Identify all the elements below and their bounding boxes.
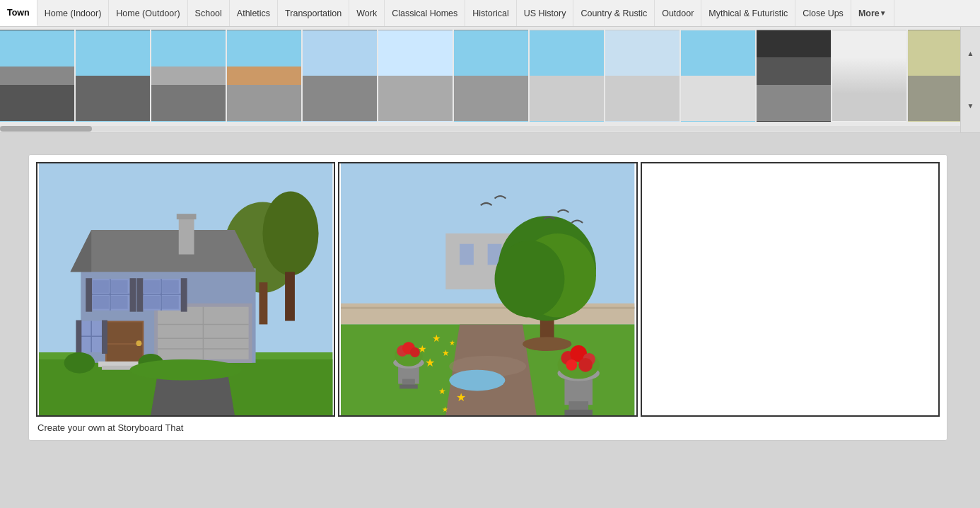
- scroll-up-button[interactable]: ▲: [961, 27, 980, 80]
- thumbnail-item-7[interactable]: [454, 30, 528, 122]
- storyboard-container: ★ ★ ★ ★ ★ ★ ★ ★ ★ ★: [28, 154, 947, 441]
- svg-text:★: ★: [456, 391, 466, 403]
- nav-tab-transportation[interactable]: Transportation: [278, 0, 349, 26]
- nav-tab-town[interactable]: Town: [0, 0, 37, 26]
- thumbnail-item-11[interactable]: [757, 30, 831, 122]
- thumbnail-item-5[interactable]: [303, 30, 377, 122]
- svg-rect-25: [111, 280, 128, 293]
- svg-text:★: ★: [443, 405, 449, 413]
- thumbnail-item-4[interactable]: [227, 30, 301, 122]
- svg-rect-57: [341, 307, 634, 309]
- scroll-down-button[interactable]: ▼: [961, 80, 980, 133]
- svg-rect-24: [93, 296, 109, 309]
- svg-rect-35: [162, 296, 179, 309]
- svg-text:★: ★: [418, 343, 427, 354]
- svg-rect-77: [569, 401, 589, 411]
- svg-rect-28: [130, 278, 136, 311]
- main-area: ★ ★ ★ ★ ★ ★ ★ ★ ★ ★: [0, 133, 980, 473]
- nav-tab-mythical-futuristic[interactable]: Mythical & Futuristic: [701, 0, 795, 26]
- nav-tab-home-outdoor[interactable]: Home (Outdoor): [109, 0, 187, 26]
- thumbnail-item-12[interactable]: [832, 30, 906, 122]
- thumbnail-item-6[interactable]: [378, 30, 453, 122]
- nav-tab-classical-homes[interactable]: Classical Homes: [385, 0, 465, 26]
- thumbnail-item-8[interactable]: [530, 30, 604, 122]
- strip-nav-arrows: ▲ ▼: [960, 27, 980, 132]
- svg-rect-78: [565, 410, 593, 415]
- svg-rect-3: [259, 282, 267, 324]
- thumbnail-item-10[interactable]: [681, 30, 755, 122]
- svg-point-61: [450, 370, 506, 391]
- svg-rect-33: [144, 296, 160, 309]
- svg-rect-36: [136, 278, 143, 311]
- svg-rect-32: [144, 280, 160, 293]
- nav-tab-close-ups[interactable]: Close Ups: [795, 0, 851, 26]
- svg-rect-12: [179, 216, 194, 254]
- storyboard-cell-1[interactable]: [36, 162, 335, 417]
- svg-rect-47: [76, 321, 81, 354]
- svg-rect-48: [102, 321, 107, 354]
- cells-row: ★ ★ ★ ★ ★ ★ ★ ★ ★ ★: [36, 162, 940, 417]
- thumbnail-item-3[interactable]: [151, 30, 226, 122]
- storyboard-caption: Create your own at Storyboard That: [36, 422, 940, 433]
- category-nav: TownHome (Indoor)Home (Outdoor)SchoolAth…: [0, 0, 980, 27]
- svg-text:★: ★: [443, 348, 450, 358]
- svg-rect-70: [399, 384, 418, 388]
- svg-rect-27: [86, 278, 92, 311]
- thumbnail-item-2[interactable]: [76, 30, 150, 122]
- svg-text:★: ★: [450, 339, 456, 347]
- nav-tab-school[interactable]: School: [188, 0, 230, 26]
- scroll-indicator: [0, 126, 980, 132]
- svg-point-41: [136, 340, 141, 346]
- svg-rect-56: [341, 304, 634, 325]
- svg-rect-34: [162, 280, 179, 293]
- nav-tab-athletics[interactable]: Athletics: [230, 0, 278, 26]
- thumbnail-strip[interactable]: [0, 27, 980, 126]
- svg-point-65: [495, 241, 565, 318]
- svg-rect-13: [177, 214, 197, 219]
- thumbnail-item-1[interactable]: [0, 30, 74, 122]
- svg-text:★: ★: [425, 357, 435, 369]
- nav-tab-work[interactable]: Work: [349, 0, 385, 26]
- scroll-thumb: [0, 126, 92, 132]
- nav-tab-historical[interactable]: Historical: [465, 0, 516, 26]
- svg-rect-37: [181, 278, 187, 311]
- thumbnail-strip-wrapper: ▲ ▼: [0, 27, 980, 133]
- nav-tab-more[interactable]: More: [851, 0, 894, 26]
- svg-marker-10: [70, 230, 255, 272]
- nav-tab-home-indoor[interactable]: Home (Indoor): [37, 0, 110, 26]
- svg-point-51: [130, 359, 242, 381]
- svg-point-84: [579, 358, 593, 372]
- nav-tab-us-history[interactable]: US History: [517, 0, 574, 26]
- svg-point-66: [523, 337, 571, 351]
- svg-rect-54: [460, 244, 474, 265]
- svg-rect-4: [285, 272, 295, 321]
- storyboard-cell-2[interactable]: ★ ★ ★ ★ ★ ★ ★ ★ ★ ★: [338, 162, 637, 417]
- svg-text:★: ★: [432, 333, 441, 344]
- svg-text:★: ★: [439, 386, 447, 396]
- svg-rect-23: [93, 280, 109, 293]
- svg-point-2: [262, 192, 318, 276]
- svg-rect-26: [111, 296, 128, 309]
- svg-point-83: [566, 359, 578, 371]
- storyboard-cell-3[interactable]: [641, 162, 940, 417]
- svg-rect-39: [107, 322, 142, 343]
- svg-point-49: [64, 352, 95, 374]
- nav-tab-outdoor[interactable]: Outdoor: [655, 0, 701, 26]
- thumbnail-item-9[interactable]: [605, 30, 679, 122]
- nav-tab-country-rustic[interactable]: Country & Rustic: [573, 0, 655, 26]
- svg-rect-40: [107, 345, 142, 362]
